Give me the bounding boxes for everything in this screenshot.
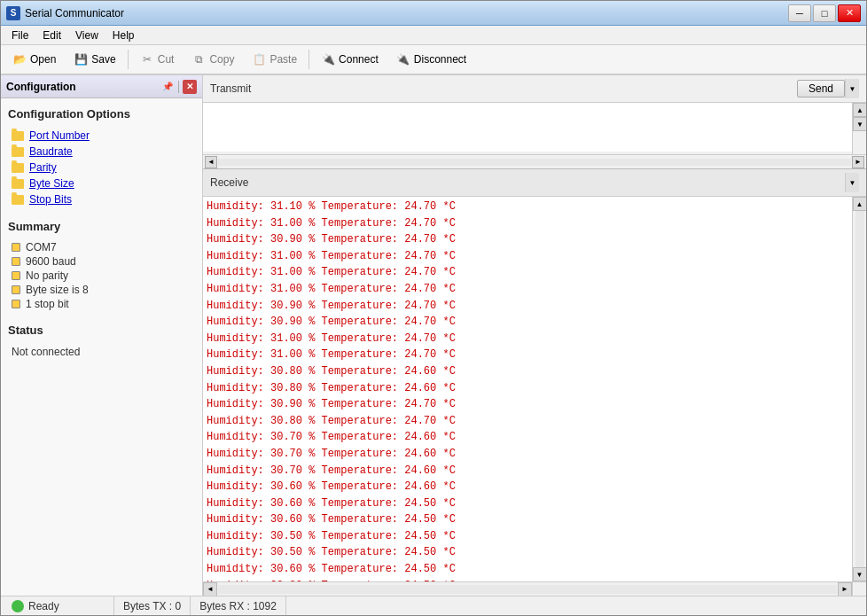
menu-bar: File Edit View Help: [1, 26, 866, 45]
receive-scroll-up-arrow[interactable]: ▲: [853, 197, 867, 211]
summary-dot-1: [12, 257, 20, 266]
transmit-section: Transmit Send ▼ ▲ ▼ ◄: [203, 75, 866, 169]
receive-scroll-left-arrow[interactable]: ◄: [203, 582, 217, 597]
save-button[interactable]: 💾 Save: [66, 48, 123, 71]
bytes-rx-label: Bytes RX : 1092: [199, 600, 277, 612]
receive-line: Humidity: 30.50 % Temperature: 24.50 *C: [207, 544, 848, 561]
sidebar-content: Configuration Options Port Number Baudra…: [1, 98, 202, 596]
receive-scroll-v-track: [855, 211, 864, 567]
summary-dot-2: [12, 271, 20, 280]
transmit-scroll-right-arrow[interactable]: ►: [852, 156, 864, 168]
cut-icon: ✂: [140, 52, 154, 66]
send-dropdown-arrow[interactable]: ▼: [845, 79, 859, 98]
transmit-scroll-down-arrow[interactable]: ▼: [853, 117, 866, 131]
sidebar-title: Configuration: [6, 81, 76, 93]
config-parity[interactable]: Parity: [8, 160, 195, 175]
receive-line: Humidity: 30.60 % Temperature: 24.50 *C: [207, 495, 848, 512]
receive-scroll-right-arrow[interactable]: ►: [838, 582, 852, 597]
receive-scroll-down-arrow[interactable]: ▼: [853, 567, 867, 581]
receive-label: Receive: [210, 176, 248, 189]
receive-content: Humidity: 31.10 % Temperature: 24.70 *CH…: [203, 197, 866, 596]
transmit-input[interactable]: [203, 103, 852, 152]
pin-icon[interactable]: 📌: [160, 80, 175, 94]
receive-scrollbar-vertical[interactable]: ▲ ▼: [852, 197, 866, 581]
transmit-scroll-left-arrow[interactable]: ◄: [205, 156, 217, 168]
right-panel: Transmit Send ▼ ▲ ▼ ◄: [203, 75, 866, 596]
folder-icon-bytesize: [12, 179, 24, 189]
send-button[interactable]: Send: [797, 80, 845, 97]
receive-line: Humidity: 30.60 % Temperature: 24.50 *C: [207, 511, 848, 528]
transmit-label: Transmit: [210, 82, 251, 95]
scrollbar-corner: [852, 581, 866, 596]
transmit-scrollbar-horizontal[interactable]: ◄ ►: [203, 154, 866, 168]
summary-dot-0: [12, 243, 20, 252]
close-button[interactable]: ✕: [838, 4, 861, 22]
receive-section: Receive ▼ Humidity: 31.10 % Temperature:…: [203, 169, 866, 596]
status-indicator-icon: [12, 600, 24, 612]
summary-bytesize: Byte size is 8: [8, 283, 195, 297]
copy-button[interactable]: ⧉ Copy: [184, 48, 242, 71]
receive-scroll-h-track: [218, 585, 837, 594]
receive-line: Humidity: 31.00 % Temperature: 24.70 *C: [207, 264, 848, 281]
status-ready-label: Ready: [28, 600, 59, 612]
summary-stopbit: 1 stop bit: [8, 297, 195, 311]
receive-line: Humidity: 31.00 % Temperature: 24.70 *C: [207, 347, 848, 363]
menu-help[interactable]: Help: [105, 27, 142, 43]
menu-view[interactable]: View: [68, 27, 105, 43]
transmit-scroll-up-arrow[interactable]: ▲: [853, 103, 866, 117]
maximize-button[interactable]: □: [813, 4, 836, 22]
folder-icon-baud: [12, 147, 24, 157]
receive-line: Humidity: 31.00 % Temperature: 24.70 *C: [207, 281, 848, 298]
open-button[interactable]: 📂 Open: [4, 48, 64, 71]
receive-line: Humidity: 31.00 % Temperature: 24.70 *C: [207, 248, 848, 265]
transmit-input-area: ▲ ▼: [203, 103, 866, 154]
copy-icon: ⧉: [191, 52, 206, 66]
config-port-number[interactable]: Port Number: [8, 128, 195, 144]
config-options-title: Configuration Options: [8, 107, 195, 121]
status-bytes-tx: Bytes TX : 0: [114, 597, 191, 615]
separator-1: [128, 50, 129, 69]
receive-line: Humidity: 30.70 % Temperature: 24.60 *C: [207, 463, 848, 480]
connect-icon: 🔌: [321, 52, 335, 66]
disconnect-button[interactable]: 🔌 Disconnect: [388, 48, 474, 71]
receive-line: Humidity: 30.90 % Temperature: 24.70 *C: [207, 231, 848, 248]
config-byte-size[interactable]: Byte Size: [8, 175, 195, 191]
receive-line: Humidity: 30.90 % Temperature: 24.70 *C: [207, 298, 848, 315]
transmit-scroll-h-track: [218, 159, 851, 166]
receive-scroll-area: Humidity: 31.10 % Temperature: 24.70 *CH…: [203, 197, 852, 581]
menu-edit[interactable]: Edit: [35, 27, 68, 43]
sidebar-sep: [178, 81, 179, 93]
config-baudrate[interactable]: Baudrate: [8, 144, 195, 160]
cut-button[interactable]: ✂ Cut: [132, 48, 183, 71]
receive-scrollbar-horizontal[interactable]: ◄ ►: [203, 581, 852, 596]
separator-2: [309, 50, 309, 69]
minimize-button[interactable]: ─: [788, 4, 811, 22]
app-icon: S: [6, 6, 20, 20]
main-window: S Serial Communicator ─ □ ✕ File Edit Vi…: [0, 0, 867, 616]
save-icon: 💾: [74, 52, 88, 66]
config-stop-bits[interactable]: Stop Bits: [8, 191, 195, 207]
menu-file[interactable]: File: [4, 27, 35, 43]
connect-button[interactable]: 🔌 Connect: [313, 48, 387, 71]
receive-lines: Humidity: 31.10 % Temperature: 24.70 *CH…: [203, 197, 852, 581]
status-title: Status: [8, 324, 195, 337]
sidebar-header: Configuration 📌 ✕: [1, 75, 202, 98]
summary-title: Summary: [8, 220, 195, 233]
transmit-scrollbar-vertical[interactable]: ▲ ▼: [852, 103, 866, 154]
receive-dropdown-arrow[interactable]: ▼: [845, 173, 859, 192]
summary-section: Summary COM7 9600 baud No parity: [8, 220, 195, 311]
window-controls: ─ □ ✕: [788, 4, 861, 22]
sidebar-close-button[interactable]: ✕: [183, 80, 197, 94]
summary-dot-3: [12, 285, 20, 294]
window-title: Serial Communicator: [25, 7, 788, 19]
connection-status: Not connected: [8, 344, 195, 360]
folder-icon-stopbits: [12, 195, 24, 205]
status-section: Status Not connected: [8, 324, 195, 360]
receive-line: Humidity: 30.70 % Temperature: 24.60 *C: [207, 429, 848, 446]
summary-com7: COM7: [8, 240, 195, 254]
receive-line: Humidity: 31.10 % Temperature: 24.70 *C: [207, 199, 848, 215]
summary-dot-4: [12, 300, 20, 308]
receive-line: Humidity: 30.60 % Temperature: 24.50 *C: [207, 561, 848, 578]
paste-button[interactable]: 📋 Paste: [244, 48, 305, 71]
receive-line: Humidity: 30.80 % Temperature: 24.60 *C: [207, 380, 848, 397]
